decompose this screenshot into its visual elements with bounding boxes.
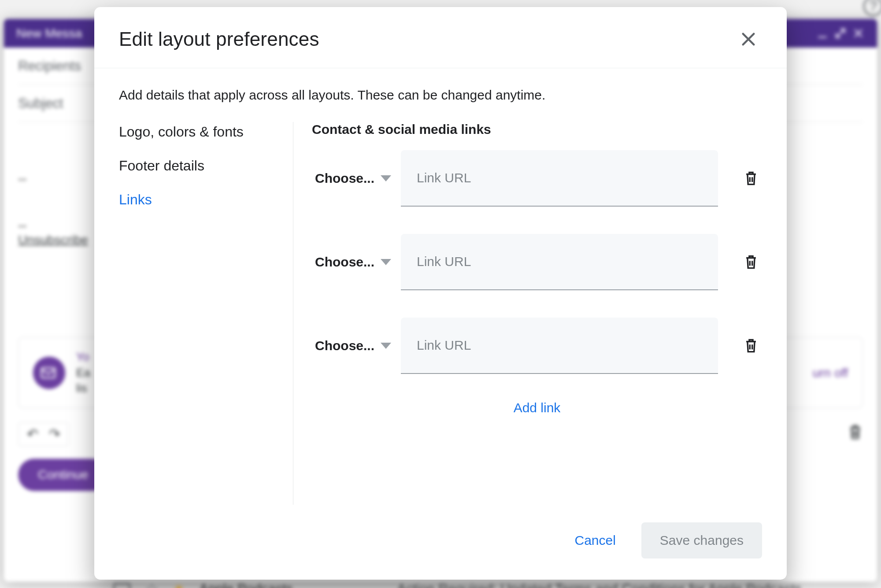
cancel-button[interactable]: Cancel — [566, 527, 623, 554]
nav-footer-details[interactable]: Footer details — [119, 158, 293, 174]
dialog-title: Edit layout preferences — [119, 28, 735, 50]
delete-link-icon[interactable] — [740, 251, 762, 273]
chevron-down-icon — [381, 343, 391, 349]
delete-link-icon[interactable] — [740, 335, 762, 357]
dialog-header: Edit layout preferences — [94, 7, 787, 68]
nav-logo-colors-fonts[interactable]: Logo, colors & fonts — [119, 124, 293, 140]
link-row: Choose... — [312, 150, 762, 207]
chevron-down-icon — [381, 175, 391, 181]
link-url-input[interactable] — [401, 234, 718, 290]
link-type-dropdown[interactable]: Choose... — [312, 171, 391, 186]
nav-links[interactable]: Links — [119, 192, 293, 208]
save-changes-button[interactable]: Save changes — [641, 522, 762, 558]
link-url-input[interactable] — [401, 150, 718, 207]
link-row: Choose... — [312, 318, 762, 374]
dialog-intro: Add details that apply across all layout… — [119, 88, 762, 103]
dialog-footer: Cancel Save changes — [94, 505, 787, 580]
link-row: Choose... — [312, 234, 762, 290]
links-heading: Contact & social media links — [312, 122, 762, 137]
dialog-sidenav: Logo, colors & fonts Footer details Link… — [119, 122, 293, 505]
link-type-dropdown[interactable]: Choose... — [312, 255, 391, 270]
link-url-input[interactable] — [401, 318, 718, 374]
link-type-dropdown[interactable]: Choose... — [312, 338, 391, 353]
layout-preferences-dialog: Edit layout preferences Add details that… — [94, 7, 787, 580]
close-icon[interactable] — [735, 26, 762, 53]
delete-link-icon[interactable] — [740, 167, 762, 189]
links-panel: Contact & social media links Choose... — [293, 122, 762, 505]
add-link-button[interactable]: Add link — [312, 400, 762, 415]
chevron-down-icon — [381, 259, 391, 265]
dialog-scrim: Edit layout preferences Add details that… — [0, 0, 881, 588]
